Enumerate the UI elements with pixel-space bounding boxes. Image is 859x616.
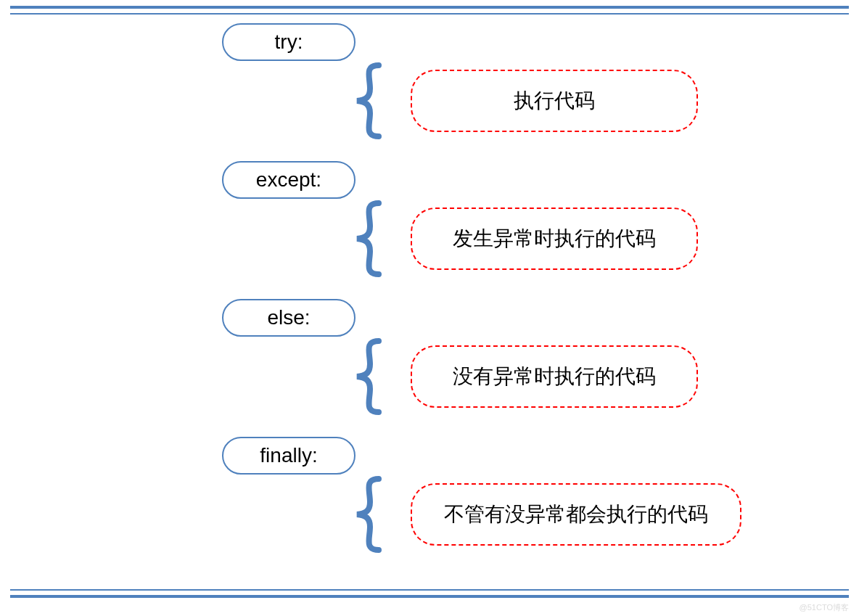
bottom-rule-thin (10, 589, 849, 591)
keyword-finally: finally: (222, 437, 355, 475)
top-rule-thin (10, 13, 849, 15)
desc-finally: 不管有没异常都会执行的代码 (411, 483, 741, 546)
keyword-except: except: (222, 161, 355, 199)
brace-icon (350, 476, 385, 553)
keyword-else-label: else: (267, 306, 310, 329)
keyword-try-label: try: (275, 30, 303, 54)
desc-try-label: 执行代码 (514, 87, 595, 115)
keyword-finally-label: finally: (260, 444, 317, 467)
top-rule-thick (10, 6, 849, 9)
desc-else-label: 没有异常时执行的代码 (453, 363, 656, 390)
brace-icon (350, 338, 385, 415)
desc-try: 执行代码 (411, 70, 698, 132)
watermark: @51CTO博客 (800, 602, 849, 613)
brace-icon (350, 200, 385, 277)
bottom-rule-thick (10, 595, 849, 598)
desc-finally-label: 不管有没异常都会执行的代码 (444, 501, 708, 528)
desc-else: 没有异常时执行的代码 (411, 345, 698, 408)
keyword-try: try: (222, 23, 355, 61)
keyword-except-label: except: (256, 168, 321, 192)
desc-except: 发生异常时执行的代码 (411, 208, 698, 270)
keyword-else: else: (222, 299, 355, 337)
brace-icon (350, 62, 385, 139)
desc-except-label: 发生异常时执行的代码 (453, 225, 656, 252)
